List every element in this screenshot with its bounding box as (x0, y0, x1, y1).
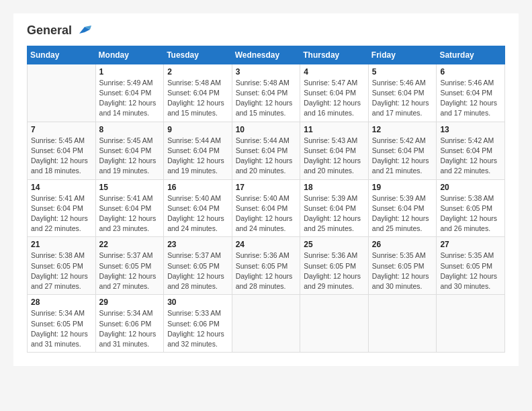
day-info: Sunrise: 5:45 AM Sunset: 6:04 PM Dayligh… (99, 136, 161, 177)
day-number: 8 (99, 125, 161, 134)
calendar-cell: 7Sunrise: 5:45 AM Sunset: 6:04 PM Daylig… (28, 122, 96, 179)
logo: General (27, 24, 91, 38)
day-number: 11 (304, 125, 365, 134)
calendar-header: SundayMondayTuesdayWednesdayThursdayFrid… (28, 46, 505, 64)
day-info: Sunrise: 5:39 AM Sunset: 6:04 PM Dayligh… (304, 193, 365, 234)
calendar-cell: 3Sunrise: 5:48 AM Sunset: 6:04 PM Daylig… (232, 64, 300, 122)
calendar-week-row: 1Sunrise: 5:49 AM Sunset: 6:04 PM Daylig… (28, 64, 505, 122)
day-number: 23 (167, 240, 228, 249)
day-info: Sunrise: 5:40 AM Sunset: 6:04 PM Dayligh… (236, 193, 297, 234)
day-info: Sunrise: 5:44 AM Sunset: 6:04 PM Dayligh… (236, 136, 297, 177)
day-info: Sunrise: 5:43 AM Sunset: 6:04 PM Dayligh… (304, 136, 365, 177)
day-number: 28 (31, 298, 92, 307)
day-number: 3 (236, 67, 297, 77)
day-number: 7 (31, 125, 92, 134)
calendar-cell (232, 295, 300, 353)
calendar-cell: 19Sunrise: 5:39 AM Sunset: 6:04 PM Dayli… (368, 179, 437, 237)
calendar-cell (368, 295, 437, 353)
calendar-cell: 23Sunrise: 5:37 AM Sunset: 6:05 PM Dayli… (164, 237, 232, 295)
calendar-week-row: 14Sunrise: 5:41 AM Sunset: 6:04 PM Dayli… (28, 179, 505, 237)
weekday-header: Tuesday (164, 46, 232, 64)
day-info: Sunrise: 5:36 AM Sunset: 6:05 PM Dayligh… (304, 250, 365, 291)
day-info: Sunrise: 5:44 AM Sunset: 6:04 PM Dayligh… (167, 136, 228, 177)
day-number: 12 (372, 125, 433, 134)
day-number: 16 (167, 183, 228, 192)
calendar-cell: 1Sunrise: 5:49 AM Sunset: 6:04 PM Daylig… (95, 64, 164, 122)
calendar-cell: 17Sunrise: 5:40 AM Sunset: 6:04 PM Dayli… (232, 179, 300, 237)
calendar-cell: 21Sunrise: 5:38 AM Sunset: 6:05 PM Dayli… (28, 237, 96, 295)
calendar-week-row: 21Sunrise: 5:38 AM Sunset: 6:05 PM Dayli… (28, 237, 505, 295)
day-info: Sunrise: 5:36 AM Sunset: 6:05 PM Dayligh… (236, 250, 297, 291)
day-number: 15 (99, 183, 161, 192)
calendar-week-row: 7Sunrise: 5:45 AM Sunset: 6:04 PM Daylig… (28, 122, 505, 179)
weekday-header: Thursday (300, 46, 369, 64)
day-number: 20 (440, 183, 501, 192)
day-number: 6 (440, 67, 501, 77)
weekday-header: Sunday (28, 46, 96, 64)
calendar-cell: 16Sunrise: 5:40 AM Sunset: 6:04 PM Dayli… (164, 179, 232, 237)
calendar-cell (28, 64, 96, 122)
logo-bird-icon (77, 26, 91, 36)
calendar-table: SundayMondayTuesdayWednesdayThursdayFrid… (27, 46, 505, 353)
calendar-cell (300, 295, 369, 353)
calendar-cell: 30Sunrise: 5:33 AM Sunset: 6:06 PM Dayli… (164, 295, 232, 353)
day-number: 4 (304, 67, 365, 77)
calendar-cell: 22Sunrise: 5:37 AM Sunset: 6:05 PM Dayli… (95, 237, 164, 295)
day-info: Sunrise: 5:42 AM Sunset: 6:04 PM Dayligh… (440, 136, 501, 177)
day-info: Sunrise: 5:35 AM Sunset: 6:05 PM Dayligh… (440, 250, 501, 291)
day-info: Sunrise: 5:45 AM Sunset: 6:04 PM Dayligh… (31, 136, 92, 177)
day-number: 27 (440, 240, 501, 249)
day-number: 19 (372, 183, 433, 192)
header: General (27, 24, 505, 38)
calendar-cell: 28Sunrise: 5:34 AM Sunset: 6:05 PM Dayli… (28, 295, 96, 353)
day-number: 29 (99, 298, 161, 307)
calendar-cell: 13Sunrise: 5:42 AM Sunset: 6:04 PM Dayli… (437, 122, 505, 179)
calendar-cell: 10Sunrise: 5:44 AM Sunset: 6:04 PM Dayli… (232, 122, 300, 179)
calendar-cell: 14Sunrise: 5:41 AM Sunset: 6:04 PM Dayli… (28, 179, 96, 237)
weekday-header: Monday (95, 46, 164, 64)
day-info: Sunrise: 5:38 AM Sunset: 6:05 PM Dayligh… (440, 193, 501, 234)
day-info: Sunrise: 5:47 AM Sunset: 6:04 PM Dayligh… (304, 78, 365, 119)
day-info: Sunrise: 5:41 AM Sunset: 6:04 PM Dayligh… (99, 193, 161, 234)
day-info: Sunrise: 5:41 AM Sunset: 6:04 PM Dayligh… (31, 193, 92, 234)
day-info: Sunrise: 5:49 AM Sunset: 6:04 PM Dayligh… (99, 78, 161, 119)
day-info: Sunrise: 5:46 AM Sunset: 6:04 PM Dayligh… (440, 78, 501, 119)
calendar-cell: 12Sunrise: 5:42 AM Sunset: 6:04 PM Dayli… (368, 122, 437, 179)
calendar-week-row: 28Sunrise: 5:34 AM Sunset: 6:05 PM Dayli… (28, 295, 505, 353)
weekday-row: SundayMondayTuesdayWednesdayThursdayFrid… (28, 46, 505, 64)
weekday-header: Saturday (437, 46, 505, 64)
weekday-header: Wednesday (232, 46, 300, 64)
day-number: 18 (304, 183, 365, 192)
calendar-cell: 25Sunrise: 5:36 AM Sunset: 6:05 PM Dayli… (300, 237, 369, 295)
day-info: Sunrise: 5:46 AM Sunset: 6:04 PM Dayligh… (372, 78, 433, 119)
day-number: 24 (236, 240, 297, 249)
calendar-cell: 9Sunrise: 5:44 AM Sunset: 6:04 PM Daylig… (164, 122, 232, 179)
calendar-cell (437, 295, 505, 353)
day-info: Sunrise: 5:40 AM Sunset: 6:04 PM Dayligh… (167, 193, 228, 234)
day-number: 13 (440, 125, 501, 134)
day-number: 30 (167, 298, 228, 307)
weekday-header: Friday (368, 46, 437, 64)
calendar-cell: 29Sunrise: 5:34 AM Sunset: 6:06 PM Dayli… (95, 295, 164, 353)
day-info: Sunrise: 5:34 AM Sunset: 6:06 PM Dayligh… (99, 308, 161, 349)
day-number: 2 (167, 67, 228, 77)
day-number: 21 (31, 240, 92, 249)
day-info: Sunrise: 5:35 AM Sunset: 6:05 PM Dayligh… (372, 250, 433, 291)
calendar-cell: 26Sunrise: 5:35 AM Sunset: 6:05 PM Dayli… (368, 237, 437, 295)
calendar-cell: 27Sunrise: 5:35 AM Sunset: 6:05 PM Dayli… (437, 237, 505, 295)
day-info: Sunrise: 5:42 AM Sunset: 6:04 PM Dayligh… (372, 136, 433, 177)
calendar-cell: 15Sunrise: 5:41 AM Sunset: 6:04 PM Dayli… (95, 179, 164, 237)
day-number: 1 (99, 67, 161, 77)
day-number: 5 (372, 67, 433, 77)
calendar-cell: 4Sunrise: 5:47 AM Sunset: 6:04 PM Daylig… (300, 64, 369, 122)
day-number: 25 (304, 240, 365, 249)
calendar-cell: 11Sunrise: 5:43 AM Sunset: 6:04 PM Dayli… (300, 122, 369, 179)
calendar-cell: 18Sunrise: 5:39 AM Sunset: 6:04 PM Dayli… (300, 179, 369, 237)
calendar-cell: 5Sunrise: 5:46 AM Sunset: 6:04 PM Daylig… (368, 64, 437, 122)
calendar-cell: 8Sunrise: 5:45 AM Sunset: 6:04 PM Daylig… (95, 122, 164, 179)
day-number: 10 (236, 125, 297, 134)
day-number: 14 (31, 183, 92, 192)
day-info: Sunrise: 5:34 AM Sunset: 6:05 PM Dayligh… (31, 308, 92, 349)
day-info: Sunrise: 5:33 AM Sunset: 6:06 PM Dayligh… (167, 308, 228, 349)
calendar-page: General SundayMondayTuesdayWednesdayThur… (13, 13, 519, 366)
